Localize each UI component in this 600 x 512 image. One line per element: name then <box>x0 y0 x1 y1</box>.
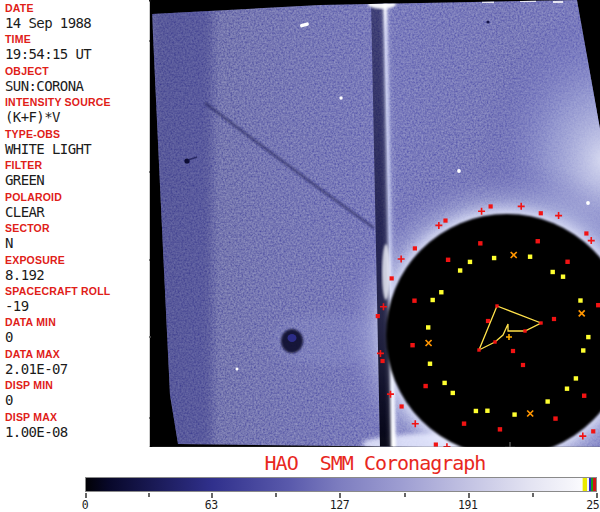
colorbar-minor-tick <box>275 493 277 497</box>
metadata-field-type-obs: TYPE-OBSWHITE LIGHT <box>0 126 149 157</box>
field-value: 19:54:15 UT <box>5 46 149 62</box>
metadata-field-date: DATE14 Sep 1988 <box>0 0 149 31</box>
field-label: EXPOSURE <box>5 254 149 266</box>
field-value: 0 <box>5 329 149 345</box>
field-label: SECTOR <box>5 222 149 234</box>
colorbar <box>85 477 597 492</box>
metadata-field-intensity-source: INTENSITY SOURCE(K+F)*V <box>0 94 149 125</box>
field-label: DISP MIN <box>5 379 149 391</box>
metadata-sidebar: DATE14 Sep 1988TIME19:54:15 UTOBJECTSUN:… <box>0 0 149 447</box>
field-label: INTENSITY SOURCE <box>5 96 149 108</box>
field-value: 2.01E-07 <box>5 361 149 377</box>
field-label: FILTER <box>5 159 149 171</box>
smm-coronagraph-viewer: DATE14 Sep 1988TIME19:54:15 UTOBJECTSUN:… <box>0 0 600 512</box>
metadata-field-list: DATE14 Sep 1988TIME19:54:15 UTOBJECTSUN:… <box>0 0 149 440</box>
field-label: POLAROID <box>5 191 149 203</box>
field-value: 1.00E-08 <box>5 424 149 440</box>
field-value: -19 <box>5 298 149 314</box>
field-value: GREEN <box>5 172 149 188</box>
field-value: SUN:CORONA <box>5 78 149 94</box>
metadata-field-data-max: DATA MAX2.01E-07 <box>0 346 149 377</box>
dark-blob <box>281 329 303 353</box>
metadata-field-exposure: EXPOSURE8.192 <box>0 252 149 283</box>
field-value: 14 Sep 1988 <box>5 15 149 31</box>
field-value: WHITE LIGHT <box>5 141 149 157</box>
field-label: SPACECRAFT ROLL <box>5 285 149 297</box>
field-label: DATE <box>5 2 149 14</box>
field-label: DISP MAX <box>5 411 149 423</box>
colorbar-tick-label: 0 <box>82 498 88 512</box>
metadata-field-disp-max: DISP MAX1.00E-08 <box>0 409 149 440</box>
colorbar-minor-tick <box>148 493 150 497</box>
metadata-field-polaroid: POLAROIDCLEAR <box>0 189 149 220</box>
metadata-field-sector: SECTORN <box>0 220 149 251</box>
field-label: DATA MIN <box>5 316 149 328</box>
colorbar-tick-label: 255 <box>586 498 600 512</box>
field-value: 0 <box>5 392 149 408</box>
field-value: (K+F)*V <box>5 109 149 125</box>
metadata-field-time: TIME19:54:15 UT <box>0 31 149 62</box>
metadata-field-data-min: DATA MIN0 <box>0 314 149 345</box>
field-label: TYPE-OBS <box>5 128 149 140</box>
footer: HAO SMM Coronagraph 063127191255 <box>0 447 600 512</box>
colorbar-minor-tick <box>404 493 406 497</box>
metadata-field-disp-min: DISP MIN0 <box>0 377 149 408</box>
metadata-field-object: OBJECTSUN:CORONA <box>0 63 149 94</box>
field-value: N <box>5 235 149 251</box>
metadata-field-spacecraft-roll: SPACECRAFT ROLL-19 <box>0 283 149 314</box>
colorbar-tick-label: 127 <box>330 498 349 512</box>
colorbar-tick-label: 191 <box>458 498 477 512</box>
field-value: CLEAR <box>5 204 149 220</box>
field-label: OBJECT <box>5 65 149 77</box>
colorbar-tick-label: 63 <box>205 498 218 512</box>
field-label: TIME <box>5 33 149 45</box>
image-title: HAO SMM Coronagraph <box>150 451 600 475</box>
field-value: 8.192 <box>5 267 149 283</box>
field-label: DATA MAX <box>5 348 149 360</box>
colorbar-minor-tick <box>532 493 534 497</box>
metadata-field-filter: FILTERGREEN <box>0 157 149 188</box>
